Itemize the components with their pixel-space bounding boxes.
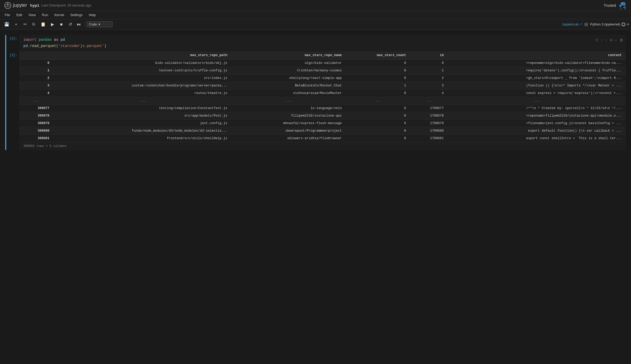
table-cell: ... xyxy=(410,97,448,104)
menu-view[interactable]: View xyxy=(26,12,38,18)
table-cell: src/app/models/Post.js xyxy=(54,112,232,119)
cut-button[interactable]: ✂ xyxy=(21,21,29,28)
table-row: 0bids-validator/validators/bids/obj.jsol… xyxy=(19,59,626,67)
table-footer: 300682 rows × 5 columns xyxy=(19,142,626,150)
stop-button[interactable]: ■ xyxy=(57,21,65,28)
table-cell: 0 xyxy=(19,59,54,67)
menu-file[interactable]: File xyxy=(2,12,13,18)
table-cell: export const shellIntro = `This is a she… xyxy=(448,134,626,142)
table-cell: ... xyxy=(54,97,232,104)
menu-settings[interactable]: Settings xyxy=(68,12,85,18)
table-row: 300679jest.config.jsmhnaufal/express-fla… xyxy=(19,119,626,127)
move-down-button[interactable]: ↓ xyxy=(605,37,608,44)
header-row: max_stars_repo_path max_stars_repo_name … xyxy=(19,51,626,59)
table-cell: 2 xyxy=(410,74,448,82)
save-button[interactable]: 💾 xyxy=(2,21,11,28)
restart-run-button[interactable]: ⏭ xyxy=(75,21,83,28)
table-cell: 1700681 xyxy=(410,134,448,142)
table-cell: 1700677 xyxy=(410,104,448,112)
table-cell: bids-validator/validators/bids/obj.js xyxy=(54,59,232,67)
menu-run[interactable]: Run xyxy=(39,12,51,18)
table-cell: ... xyxy=(346,97,410,104)
table-cell: 0 xyxy=(346,127,410,134)
kernel-status-icon xyxy=(622,23,625,26)
table-cell: 6 xyxy=(346,104,410,112)
table-row: 300678src/app/models/Post.jsfilipem2210/… xyxy=(19,112,626,119)
pd-id: pd xyxy=(61,38,65,42)
menu-help[interactable]: Help xyxy=(86,12,98,18)
cell-output-label: [2]: xyxy=(6,51,19,57)
table-cell: routes/theatre.js xyxy=(54,89,232,97)
svg-point-2 xyxy=(6,6,7,7)
table-cell: require('dotenv').config();\n\nconst { T… xyxy=(448,67,626,74)
table-cell: <reponame>filipem2210/instaclone-api\nmo… xyxy=(448,112,626,119)
cell-output: max_stars_repo_path max_stars_repo_name … xyxy=(19,51,626,150)
table-cell: 1 xyxy=(19,67,54,74)
table-header: max_stars_repo_path max_stars_repo_name … xyxy=(19,51,626,59)
table-cell: <filename>jest.config.js\nconst basicCon… xyxy=(448,119,626,127)
col-name: max_stars_repo_name xyxy=(232,51,346,59)
top-bar: jupyter hyp1 Last Checkpoint: 29 seconds… xyxy=(0,0,631,11)
table-cell: 0 xyxy=(346,59,410,67)
merge-button[interactable]: ⊞ xyxy=(609,37,613,44)
table-row: 3custom-rocketchat/bundle/programs/serve… xyxy=(19,82,626,89)
run-button[interactable]: ▶ xyxy=(48,21,57,28)
table-cell: 6 xyxy=(346,119,410,127)
jupyter-brand-text: jupyter xyxy=(13,3,27,8)
menu-kernel[interactable]: Kernel xyxy=(52,12,67,18)
jupyter-logo: jupyter xyxy=(4,2,27,9)
trusted-badge[interactable]: Trusted xyxy=(604,3,616,8)
dataframe-table: max_stars_repo_path max_stars_repo_name … xyxy=(19,51,626,142)
table-cell: /**\n * Created by: spurcell\n * 12/23/1… xyxy=(448,104,626,112)
table-cell: 4 xyxy=(410,89,448,97)
table-cell: 1 xyxy=(346,82,410,89)
table-cell: custom-rocketchat/bundle/programs/server… xyxy=(54,82,232,89)
table-cell: 3 xyxy=(410,82,448,89)
table-cell: filipem2210/instaclone-api xyxy=(232,112,346,119)
notebook-title: hyp1 xyxy=(30,3,39,8)
table-cell: const express = require('express');\r\nc… xyxy=(448,89,626,97)
table-cell: export default function() {\n var callba… xyxy=(448,127,626,134)
table-cell: 0 xyxy=(410,59,448,67)
table-cell: sblowers-aridhia/filebrowser xyxy=(232,134,346,142)
external-link-icon: ↗ xyxy=(580,23,582,26)
kernel-menu-icon[interactable]: ≡ xyxy=(627,22,629,26)
table-cell: lo-language/velo xyxy=(232,104,346,112)
top-bar-right: Trusted xyxy=(604,2,627,9)
col-id: id xyxy=(410,51,448,59)
cell-input[interactable]: import pandas as pd pd.read_parquet('sta… xyxy=(19,35,626,51)
table-cell: mhnaufal/express-flash-message xyxy=(232,119,346,127)
table-cell: 1700678 xyxy=(410,112,448,119)
add-cell-button[interactable]: + xyxy=(12,21,20,28)
cell-toolbar: ⎘ ↑ ↓ ⊞ ⋯ 🗑 xyxy=(595,37,624,44)
copy-button[interactable]: ⎘ xyxy=(30,21,38,28)
table-cell: testing/compilation/ConstantTest.js xyxy=(54,104,232,112)
toolbar: 💾 + ✂ ⎘ 📋 ▶ ■ ↺ ⏭ Code ▾ JupyterLab ↗ ⊞ … xyxy=(0,19,631,30)
table-cell: 4 xyxy=(19,89,54,97)
paste-button[interactable]: 📋 xyxy=(38,21,48,28)
cell-output-row: [2]: max_stars_repo_path max_stars_repo_… xyxy=(6,51,626,150)
jupyterlab-link[interactable]: JupyterLab ↗ xyxy=(562,22,582,26)
copy-cell-button[interactable]: ⎘ xyxy=(595,37,598,44)
cell-type-select[interactable]: Code ▾ xyxy=(87,21,113,27)
table-cell: 300679 xyxy=(19,119,54,127)
move-up-button[interactable]: ↑ xyxy=(600,37,603,44)
table-cell: jest.config.js xyxy=(54,119,232,127)
more-options-button[interactable]: ⋯ xyxy=(614,37,617,44)
table-cell: 300681 xyxy=(19,134,54,142)
delete-cell-button[interactable]: 🗑 xyxy=(619,37,624,44)
table-cell: trinhtan/harmony-cosmos xyxy=(232,67,346,74)
table-cell: 0 xyxy=(346,74,410,82)
svg-point-4 xyxy=(622,3,622,4)
restart-button[interactable]: ↺ xyxy=(66,21,74,28)
table-row: 1testnet-contracts/truffle-config.jstrin… xyxy=(19,67,626,74)
read-parquet-fn: read_parquet xyxy=(30,44,56,48)
table-cell: ... xyxy=(232,97,346,104)
table-cell: 1700680 xyxy=(410,127,448,134)
table-cell: ... xyxy=(19,97,54,104)
menu-edit[interactable]: Edit xyxy=(14,12,25,18)
python-icon xyxy=(619,2,627,9)
as-keyword: as xyxy=(54,38,61,42)
table-row: 300680funda/node_modules/d3/node_modules… xyxy=(19,127,626,134)
toolbar-right: JupyterLab ↗ ⊞ Python 3 (ipykernel) ≡ xyxy=(562,22,629,27)
